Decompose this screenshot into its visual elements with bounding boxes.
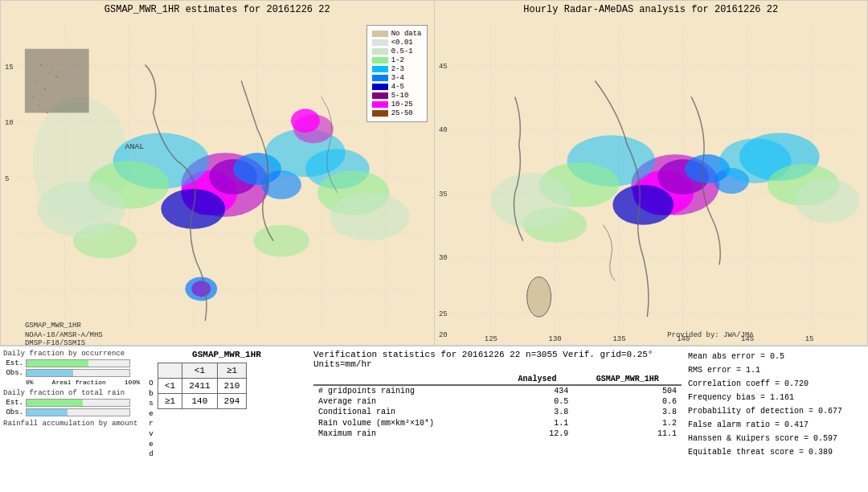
contingency-cell-140: 140 bbox=[182, 394, 217, 409]
svg-point-34 bbox=[191, 281, 211, 297]
obs-rain-label: Obs. bbox=[3, 408, 23, 416]
svg-text:5: 5 bbox=[5, 175, 9, 183]
contingency-table-wrapper: <1 ≥1 <1 2411 210 ≥1 bbox=[158, 363, 247, 409]
stat-equitable-threat: Equitable threat score = 0.389 bbox=[688, 445, 865, 459]
legend-item-10-25: 10-25 bbox=[372, 100, 422, 109]
svg-text:45: 45 bbox=[438, 63, 447, 71]
contingency-cell-2411: 2411 bbox=[182, 379, 217, 394]
svg-text:40: 40 bbox=[438, 126, 447, 134]
verif-row-cond-rain: Conditional rain 3.8 3.8 bbox=[313, 407, 682, 417]
legend-item-3-4: 3-4 bbox=[372, 74, 422, 82]
verif-gsmap-gridpoints: 504 bbox=[573, 386, 682, 397]
verif-row-avg-rain: Average rain 0.5 0.6 bbox=[313, 396, 682, 407]
left-map-title: GSMAP_MWR_1HR estimates for 20161226 22 bbox=[1, 4, 434, 15]
est-rain-row: Est. bbox=[3, 399, 140, 407]
obs-occurrence-row: Obs. bbox=[3, 369, 140, 377]
contingency-header-empty bbox=[158, 363, 182, 379]
est-label: Est. bbox=[3, 359, 23, 367]
verif-row-gridpoints: # gridpoints raining 434 504 bbox=[313, 386, 682, 397]
est-rain-bar bbox=[26, 399, 130, 407]
legend-item-2-3: 2-3 bbox=[372, 65, 422, 73]
verif-analysed-avg-rain: 0.5 bbox=[502, 396, 574, 407]
total-rain-chart-title: Daily fraction of total rain bbox=[3, 389, 140, 397]
right-map-svg: 45 40 35 30 25 20 125 130 135 140 145 15 bbox=[435, 1, 868, 345]
contingency-rowlabel-gte1: ≥1 bbox=[158, 394, 182, 409]
svg-point-44 bbox=[47, 112, 48, 113]
svg-point-85 bbox=[490, 173, 571, 229]
occurrence-chart-group: Daily fraction by occurrence Est. Obs. 0… bbox=[3, 350, 140, 386]
verif-col-label bbox=[313, 374, 502, 385]
legend-item-5-10: 5-10 bbox=[372, 92, 422, 100]
main-container: GSMAP_MWR_1HR estimates for 20161226 22 bbox=[0, 0, 868, 492]
occurrence-chart-title: Daily fraction by occurrence bbox=[3, 350, 140, 358]
svg-text:ANAL: ANAL bbox=[125, 142, 145, 151]
contingency-header-gte1: ≥1 bbox=[217, 363, 247, 379]
svg-text:15: 15 bbox=[805, 335, 813, 343]
occurrence-axis: 0% Areal fraction 100% bbox=[3, 379, 140, 386]
verif-gsmap-max-rain: 11.1 bbox=[573, 428, 682, 439]
right-stats: Mean abs error = 0.5 RMS error = 1.1 Cor… bbox=[688, 350, 865, 459]
svg-point-40 bbox=[32, 96, 34, 97]
legend-item-05-1: 0.5-1 bbox=[372, 47, 422, 55]
svg-text:Provided by: JWA/JMA: Provided by: JWA/JMA bbox=[667, 331, 754, 339]
stat-freq-bias: Frequency bias = 1.161 bbox=[688, 391, 865, 404]
total-rain-chart-group: Daily fraction of total rain Est. Obs. bbox=[3, 389, 140, 416]
verification-section: Verification statistics for 20161226 22 … bbox=[313, 350, 682, 439]
svg-text:10: 10 bbox=[5, 119, 14, 127]
obs-occurrence-bar bbox=[26, 369, 130, 377]
legend-item-25-50: 25-50 bbox=[372, 109, 422, 117]
verif-analysed-max-rain: 12.9 bbox=[502, 428, 574, 439]
svg-point-28 bbox=[37, 181, 125, 237]
bottom-section: Daily fraction by occurrence Est. Obs. 0… bbox=[0, 346, 868, 492]
stat-hanssen-kuipers: Hanssen & Kuipers score = 0.597 bbox=[688, 432, 865, 445]
obs-rain-bar bbox=[26, 408, 130, 416]
svg-text:25: 25 bbox=[438, 310, 447, 318]
svg-text:15: 15 bbox=[5, 64, 14, 72]
svg-point-39 bbox=[43, 88, 46, 90]
stat-correlation: Correlation coeff = 0.720 bbox=[688, 377, 865, 391]
verif-label-max-rain: Maximum rain bbox=[313, 428, 502, 439]
svg-text:20: 20 bbox=[438, 331, 447, 339]
verif-analysed-gridpoints: 434 bbox=[502, 386, 574, 397]
est-occurrence-row: Est. bbox=[3, 359, 140, 367]
observed-vertical-label: Observed bbox=[146, 379, 156, 460]
verif-col-analysed: Analysed bbox=[502, 374, 574, 385]
contingency-title: GSMAP_MWR_1HR bbox=[146, 350, 307, 359]
verif-label-gridpoints: # gridpoints raining bbox=[313, 386, 502, 397]
maps-section: GSMAP_MWR_1HR estimates for 20161226 22 bbox=[0, 0, 868, 346]
verif-row-max-rain: Maximum rain 12.9 11.1 bbox=[313, 428, 682, 439]
obs-rain-row: Obs. bbox=[3, 408, 140, 416]
svg-point-36 bbox=[39, 64, 42, 66]
contingency-table: <1 ≥1 <1 2411 210 ≥1 bbox=[158, 363, 247, 409]
svg-point-86 bbox=[795, 178, 859, 223]
svg-text:30: 30 bbox=[438, 254, 447, 262]
verif-header-row: Analysed GSMAP_MWR_1HR bbox=[313, 374, 682, 385]
legend-item-nodata: No data bbox=[372, 30, 422, 38]
contingency-cell-210: 210 bbox=[217, 379, 247, 394]
svg-text:GSMAP_MWR_1HR: GSMAP_MWR_1HR bbox=[25, 322, 82, 330]
svg-point-87 bbox=[526, 277, 551, 317]
svg-text:125: 125 bbox=[484, 335, 497, 343]
verif-label-cond-rain: Conditional rain bbox=[313, 407, 502, 417]
verif-col-gsmap: GSMAP_MWR_1HR bbox=[573, 374, 682, 385]
right-map-title: Hourly Radar-AMeDAS analysis for 2016122… bbox=[435, 4, 868, 15]
svg-point-38 bbox=[36, 80, 38, 82]
legend-item-4-5: 4-5 bbox=[372, 83, 422, 91]
svg-point-42 bbox=[55, 76, 58, 78]
legend-item-001: <0.01 bbox=[372, 39, 422, 47]
svg-point-76 bbox=[612, 185, 674, 225]
legend-item-1-2: 1-2 bbox=[372, 56, 422, 64]
contingency-header-lt1: <1 bbox=[182, 363, 217, 379]
contingency-row-gte1: ≥1 140 294 bbox=[158, 394, 247, 409]
svg-text:135: 135 bbox=[612, 335, 625, 343]
svg-text:130: 130 bbox=[548, 335, 561, 343]
verif-title: Verification statistics for 20161226 22 … bbox=[313, 350, 682, 369]
accumulation-title: Rainfall accumulation by amount bbox=[3, 420, 140, 428]
verif-label-avg-rain: Average rain bbox=[313, 396, 502, 407]
svg-text:NOAA-18/AMSR-A/MHS: NOAA-18/AMSR-A/MHS bbox=[25, 331, 103, 339]
verif-table: Analysed GSMAP_MWR_1HR # gridpoints rain… bbox=[313, 374, 682, 439]
svg-point-37 bbox=[48, 72, 50, 74]
right-map-panel: Hourly Radar-AMeDAS analysis for 2016122… bbox=[434, 0, 869, 346]
contingency-row-lt1: <1 2411 210 bbox=[158, 379, 247, 394]
svg-point-41 bbox=[52, 68, 54, 70]
